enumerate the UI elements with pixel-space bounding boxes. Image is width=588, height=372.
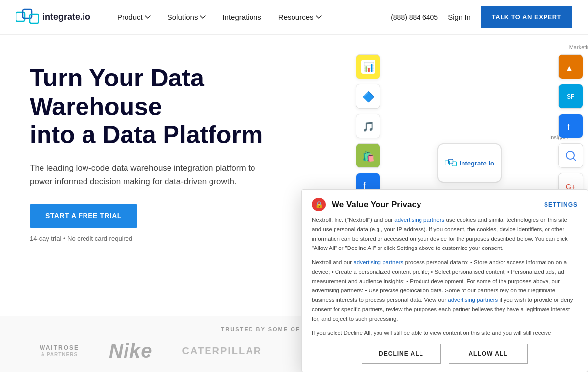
privacy-paragraph-1: Nextroll, Inc. ("Nextroll") and our adve… [312, 215, 578, 253]
icon-salesforce: SF [558, 84, 583, 109]
privacy-title: We Value Your Privacy [332, 200, 421, 209]
privacy-body: Nextroll, Inc. ("Nextroll") and our adve… [302, 215, 588, 338]
phone-number: (888) 884 6405 [391, 13, 438, 21]
icon-shopify: 🛍️ [356, 143, 380, 168]
diagram-center-name: integrate.io [460, 160, 494, 167]
svg-rect-15 [445, 161, 449, 165]
chevron-down-icon [316, 14, 322, 20]
svg-rect-2 [30, 14, 39, 23]
chevron-down-icon [200, 14, 206, 20]
svg-text:🛍️: 🛍️ [362, 150, 375, 162]
advertising-partners-link-2[interactable]: advertising partners [353, 259, 403, 265]
decline-all-button[interactable]: DECLINE ALL [362, 344, 441, 364]
caterpillar-logo: CATERPILLAR [182, 345, 262, 357]
svg-rect-0 [16, 12, 25, 21]
privacy-modal: We Value Your Privacy SETTINGS Nextroll,… [301, 189, 588, 372]
hero-title: Turn Your Data Warehouse into a Data Pla… [30, 64, 306, 150]
svg-text:🔷: 🔷 [362, 91, 375, 103]
icon-facebook-right: f [558, 114, 583, 138]
waitrose-logo: WAITROSE & PARTNERS [40, 345, 79, 357]
svg-rect-21 [564, 119, 578, 133]
diagram-center: integrate.io [437, 143, 502, 183]
sign-in-link[interactable]: Sign In [448, 13, 471, 21]
start-trial-button[interactable]: START A FREE TRIAL [30, 204, 137, 228]
nav-solutions[interactable]: Solutions [161, 9, 213, 25]
advertising-partners-link-3[interactable]: advertising partners [448, 297, 498, 303]
nav-links: Product Solutions Integrations Resources [110, 9, 391, 25]
privacy-paragraph-3: If you select Decline All, you will stil… [312, 329, 578, 338]
hero-content: Turn Your Data Warehouse into a Data Pla… [30, 59, 306, 242]
nav-resources[interactable]: Resources [271, 9, 329, 25]
talk-to-expert-button[interactable]: TALK TO AN EXPERT [481, 6, 572, 28]
svg-text:🎵: 🎵 [362, 121, 375, 132]
icon-google-analytics: ▲ [558, 54, 583, 79]
icon-braze: 📊 [356, 54, 380, 79]
navbar: integrate.io Product Solutions Integrati… [0, 0, 588, 35]
logo-text: integrate.io [42, 12, 90, 22]
marketing-label: Marketing [569, 44, 588, 50]
logo[interactable]: integrate.io [16, 8, 90, 26]
hero-subtitle: The leading low-code data warehouse inte… [30, 162, 267, 188]
privacy-settings-button[interactable]: SETTINGS [544, 201, 578, 208]
privacy-logo-icon [312, 198, 326, 211]
privacy-header: We Value Your Privacy SETTINGS [302, 190, 588, 215]
svg-text:SF: SF [567, 93, 574, 100]
svg-line-24 [573, 158, 576, 161]
svg-point-23 [566, 151, 574, 159]
icon-google-ads: 🔷 [356, 84, 380, 109]
nike-logo: Nike [109, 340, 153, 362]
advertising-partners-link-1[interactable]: advertising partners [394, 217, 444, 223]
svg-text:📊: 📊 [363, 62, 375, 73]
nav-integrations[interactable]: Integrations [215, 9, 268, 25]
nav-product[interactable]: Product [110, 9, 158, 25]
trial-note: 14-day trial • No credit card required [30, 235, 306, 242]
chevron-down-icon [145, 14, 151, 20]
privacy-paragraph-2: Nextroll and our advertising partners pr… [312, 258, 578, 324]
allow-all-button[interactable]: ALLOW ALL [449, 344, 528, 364]
icon-google-search [558, 143, 583, 168]
svg-text:▲: ▲ [565, 64, 573, 72]
privacy-footer: DECLINE ALL ALLOW ALL [302, 338, 588, 372]
svg-rect-1 [23, 9, 32, 18]
icon-tiktok: 🎵 [356, 114, 380, 138]
nav-right: (888) 884 6405 Sign In TALK TO AN EXPERT [391, 6, 572, 28]
